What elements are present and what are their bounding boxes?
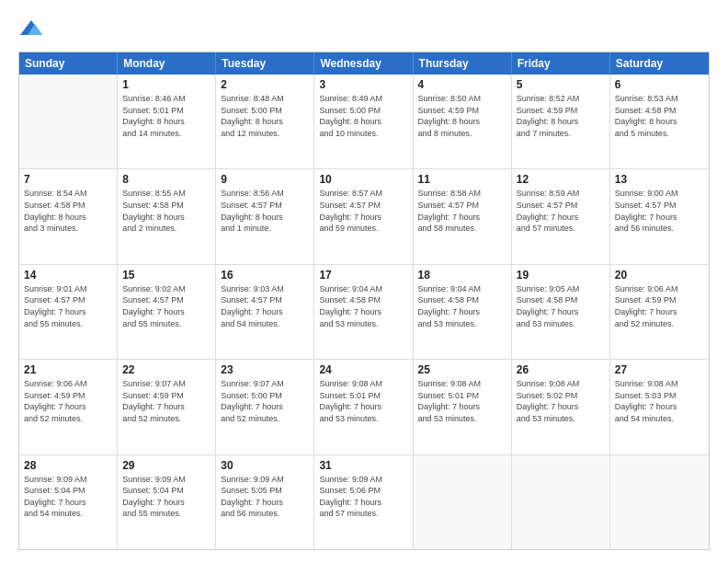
calendar-header: SundayMondayTuesdayWednesdayThursdayFrid… — [19, 52, 709, 75]
calendar-cell: 16Sunrise: 9:03 AM Sunset: 4:57 PM Dayli… — [216, 265, 314, 359]
calendar-cell — [512, 455, 610, 549]
calendar-header-cell: Sunday — [19, 52, 118, 75]
day-info: Sunrise: 9:08 AM Sunset: 5:01 PM Dayligh… — [319, 378, 407, 424]
calendar-cell: 2Sunrise: 8:48 AM Sunset: 5:00 PM Daylig… — [216, 75, 314, 168]
calendar-header-cell: Friday — [512, 52, 610, 75]
day-number: 13 — [615, 173, 704, 186]
day-number: 26 — [517, 363, 605, 376]
calendar-cell: 17Sunrise: 9:04 AM Sunset: 4:58 PM Dayli… — [314, 265, 413, 359]
day-info: Sunrise: 9:06 AM Sunset: 4:59 PM Dayligh… — [615, 283, 704, 329]
day-number: 2 — [221, 78, 309, 91]
day-number: 12 — [517, 173, 605, 186]
day-info: Sunrise: 8:57 AM Sunset: 4:57 PM Dayligh… — [319, 188, 407, 234]
day-number: 10 — [319, 173, 407, 186]
day-info: Sunrise: 8:46 AM Sunset: 5:01 PM Dayligh… — [122, 93, 210, 139]
logo — [18, 17, 48, 42]
calendar-body: 1Sunrise: 8:46 AM Sunset: 5:01 PM Daylig… — [19, 75, 709, 549]
calendar-cell: 21Sunrise: 9:06 AM Sunset: 4:59 PM Dayli… — [19, 360, 118, 454]
day-number: 25 — [418, 363, 506, 376]
calendar-cell: 8Sunrise: 8:55 AM Sunset: 4:58 PM Daylig… — [118, 169, 216, 263]
day-number: 21 — [24, 363, 112, 376]
day-info: Sunrise: 9:01 AM Sunset: 4:57 PM Dayligh… — [24, 283, 112, 329]
day-info: Sunrise: 8:55 AM Sunset: 4:58 PM Dayligh… — [122, 188, 210, 234]
day-number: 23 — [221, 363, 309, 376]
day-number: 22 — [122, 363, 210, 376]
calendar-cell: 18Sunrise: 9:04 AM Sunset: 4:58 PM Dayli… — [414, 265, 512, 359]
day-number: 3 — [319, 78, 407, 91]
day-info: Sunrise: 9:06 AM Sunset: 4:59 PM Dayligh… — [24, 378, 112, 424]
day-info: Sunrise: 8:58 AM Sunset: 4:57 PM Dayligh… — [418, 188, 506, 234]
calendar-header-cell: Wednesday — [314, 52, 413, 75]
calendar-row: 1Sunrise: 8:46 AM Sunset: 5:01 PM Daylig… — [19, 75, 709, 169]
calendar-row: 14Sunrise: 9:01 AM Sunset: 4:57 PM Dayli… — [19, 265, 709, 360]
day-info: Sunrise: 8:54 AM Sunset: 4:58 PM Dayligh… — [24, 188, 112, 234]
calendar-row: 28Sunrise: 9:09 AM Sunset: 5:04 PM Dayli… — [19, 455, 709, 549]
calendar-cell: 6Sunrise: 8:53 AM Sunset: 4:58 PM Daylig… — [610, 75, 709, 168]
calendar-row: 7Sunrise: 8:54 AM Sunset: 4:58 PM Daylig… — [19, 169, 709, 264]
day-info: Sunrise: 9:08 AM Sunset: 5:01 PM Dayligh… — [418, 378, 506, 424]
calendar-cell: 22Sunrise: 9:07 AM Sunset: 4:59 PM Dayli… — [118, 360, 216, 454]
day-info: Sunrise: 9:03 AM Sunset: 4:57 PM Dayligh… — [221, 283, 309, 329]
calendar-cell: 24Sunrise: 9:08 AM Sunset: 5:01 PM Dayli… — [314, 360, 413, 454]
calendar-row: 21Sunrise: 9:06 AM Sunset: 4:59 PM Dayli… — [19, 360, 709, 454]
calendar-cell: 11Sunrise: 8:58 AM Sunset: 4:57 PM Dayli… — [414, 169, 512, 263]
calendar-cell: 4Sunrise: 8:50 AM Sunset: 4:59 PM Daylig… — [414, 75, 512, 168]
day-info: Sunrise: 9:00 AM Sunset: 4:57 PM Dayligh… — [615, 188, 704, 234]
day-number: 5 — [517, 78, 605, 91]
day-number: 16 — [221, 269, 309, 282]
day-info: Sunrise: 8:48 AM Sunset: 5:00 PM Dayligh… — [221, 93, 309, 139]
calendar-header-cell: Saturday — [610, 52, 709, 75]
day-number: 14 — [24, 269, 112, 282]
day-info: Sunrise: 9:09 AM Sunset: 5:05 PM Dayligh… — [221, 474, 309, 520]
day-number: 1 — [122, 78, 210, 91]
day-number: 20 — [615, 269, 704, 282]
day-info: Sunrise: 9:07 AM Sunset: 4:59 PM Dayligh… — [122, 378, 210, 424]
calendar-cell: 15Sunrise: 9:02 AM Sunset: 4:57 PM Dayli… — [118, 265, 216, 359]
day-number: 31 — [319, 459, 407, 472]
day-number: 27 — [615, 363, 704, 376]
day-info: Sunrise: 8:52 AM Sunset: 4:59 PM Dayligh… — [517, 93, 605, 139]
calendar-cell: 25Sunrise: 9:08 AM Sunset: 5:01 PM Dayli… — [414, 360, 512, 454]
calendar-cell: 30Sunrise: 9:09 AM Sunset: 5:05 PM Dayli… — [216, 455, 314, 549]
page: SundayMondayTuesdayWednesdayThursdayFrid… — [0, 0, 728, 563]
calendar-cell: 27Sunrise: 9:08 AM Sunset: 5:03 PM Dayli… — [610, 360, 709, 454]
day-info: Sunrise: 9:09 AM Sunset: 5:04 PM Dayligh… — [122, 474, 210, 520]
calendar-cell: 3Sunrise: 8:49 AM Sunset: 5:00 PM Daylig… — [314, 75, 413, 168]
day-number: 11 — [418, 173, 506, 186]
calendar-cell: 14Sunrise: 9:01 AM Sunset: 4:57 PM Dayli… — [19, 265, 118, 359]
day-info: Sunrise: 9:09 AM Sunset: 5:06 PM Dayligh… — [319, 474, 407, 520]
day-number: 6 — [615, 78, 704, 91]
calendar-cell: 29Sunrise: 9:09 AM Sunset: 5:04 PM Dayli… — [118, 455, 216, 549]
calendar-header-cell: Tuesday — [216, 52, 314, 75]
calendar-cell: 23Sunrise: 9:07 AM Sunset: 5:00 PM Dayli… — [216, 360, 314, 454]
day-info: Sunrise: 8:50 AM Sunset: 4:59 PM Dayligh… — [418, 93, 506, 139]
day-info: Sunrise: 9:08 AM Sunset: 5:03 PM Dayligh… — [615, 378, 704, 424]
calendar-cell — [19, 75, 118, 168]
calendar-cell: 7Sunrise: 8:54 AM Sunset: 4:58 PM Daylig… — [19, 169, 118, 263]
day-info: Sunrise: 9:02 AM Sunset: 4:57 PM Dayligh… — [122, 283, 210, 329]
calendar-cell: 10Sunrise: 8:57 AM Sunset: 4:57 PM Dayli… — [314, 169, 413, 263]
calendar-cell: 20Sunrise: 9:06 AM Sunset: 4:59 PM Dayli… — [610, 265, 709, 359]
day-number: 28 — [24, 459, 112, 472]
logo-icon — [18, 17, 44, 42]
day-info: Sunrise: 9:07 AM Sunset: 5:00 PM Dayligh… — [221, 378, 309, 424]
calendar-header-cell: Thursday — [414, 52, 512, 75]
day-info: Sunrise: 8:53 AM Sunset: 4:58 PM Dayligh… — [615, 93, 704, 139]
calendar-cell: 1Sunrise: 8:46 AM Sunset: 5:01 PM Daylig… — [118, 75, 216, 168]
calendar-cell: 28Sunrise: 9:09 AM Sunset: 5:04 PM Dayli… — [19, 455, 118, 549]
header — [18, 17, 710, 42]
day-info: Sunrise: 8:56 AM Sunset: 4:57 PM Dayligh… — [221, 188, 309, 234]
calendar-cell: 5Sunrise: 8:52 AM Sunset: 4:59 PM Daylig… — [512, 75, 610, 168]
calendar-cell: 9Sunrise: 8:56 AM Sunset: 4:57 PM Daylig… — [216, 169, 314, 263]
calendar: SundayMondayTuesdayWednesdayThursdayFrid… — [18, 52, 710, 550]
day-info: Sunrise: 8:49 AM Sunset: 5:00 PM Dayligh… — [319, 93, 407, 139]
day-number: 7 — [24, 173, 112, 186]
day-info: Sunrise: 9:04 AM Sunset: 4:58 PM Dayligh… — [319, 283, 407, 329]
day-info: Sunrise: 9:08 AM Sunset: 5:02 PM Dayligh… — [517, 378, 605, 424]
calendar-cell: 12Sunrise: 8:59 AM Sunset: 4:57 PM Dayli… — [512, 169, 610, 263]
day-number: 15 — [122, 269, 210, 282]
day-number: 9 — [221, 173, 309, 186]
day-number: 17 — [319, 269, 407, 282]
day-number: 19 — [517, 269, 605, 282]
calendar-cell — [414, 455, 512, 549]
